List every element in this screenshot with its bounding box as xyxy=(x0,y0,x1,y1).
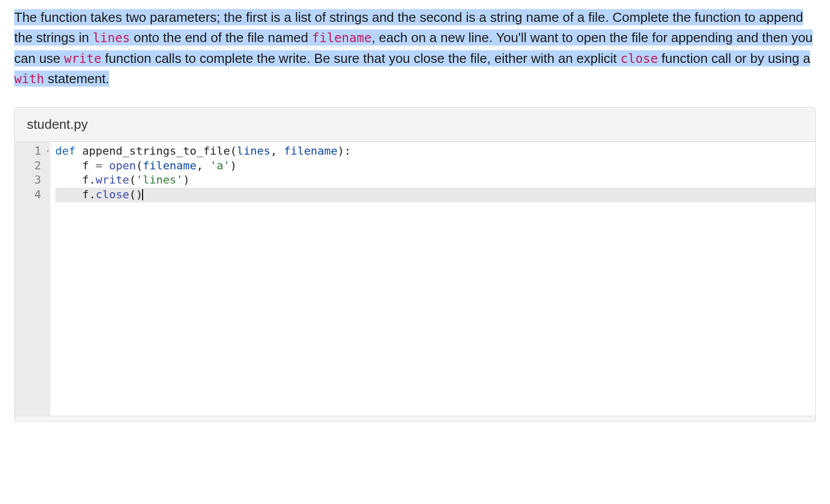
line-number[interactable]: 2 xyxy=(15,159,50,173)
editor-filename-header: student.py xyxy=(15,107,815,142)
keyword-lines: lines xyxy=(93,30,130,45)
code-text-area[interactable]: def append_strings_to_file(lines, filena… xyxy=(50,142,815,416)
editor-filename: student.py xyxy=(27,117,88,132)
code-line[interactable]: f = open(filename, 'a') xyxy=(55,159,815,173)
code-line[interactable]: def append_strings_to_file(lines, filena… xyxy=(55,144,815,159)
instruction-highlight: The function takes two parameters; the f… xyxy=(14,9,813,87)
line-number[interactable]: 4 xyxy=(15,188,50,202)
editor-body: 1 ▾ 2 3 4 def append_strings_to_file(lin… xyxy=(15,142,815,416)
keyword-close: close xyxy=(620,51,658,66)
code-editor-panel: student.py 1 ▾ 2 3 4 def append_strings_… xyxy=(14,107,816,421)
line-number[interactable]: 3 xyxy=(15,173,50,188)
line-number-gutter: 1 ▾ 2 3 4 xyxy=(15,142,50,416)
editor-footer xyxy=(15,416,815,421)
keyword-filename: filename xyxy=(312,30,372,45)
code-line[interactable]: f.close() xyxy=(55,188,815,202)
code-line[interactable]: f.write('lines') xyxy=(55,173,815,188)
keyword-with: with xyxy=(14,71,44,86)
keyword-write: write xyxy=(64,51,101,66)
fold-marker-icon[interactable]: ▾ xyxy=(46,144,49,159)
text-cursor xyxy=(142,189,143,200)
line-number[interactable]: 1 ▾ xyxy=(15,144,50,159)
problem-instructions: The function takes two parameters; the f… xyxy=(14,7,816,89)
